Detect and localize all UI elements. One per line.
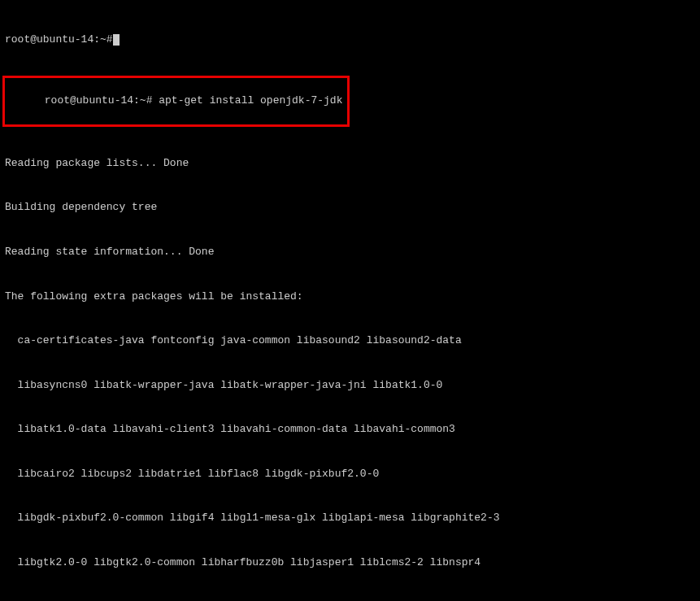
highlighted-command: root@ubuntu-14:~# apt-get install openjd… [2,76,350,127]
output-line: Reading package lists... Done [5,156,695,171]
output-line: libatk1.0-data libavahi-client3 libavahi… [5,422,695,437]
output-line: ca-certificates-java fontconfig java-com… [5,333,695,348]
output-line: Building dependency tree [5,200,695,215]
output-line: libgdk-pixbuf2.0-common libgif4 libgl1-m… [5,511,695,525]
cursor-icon [113,34,120,46]
output-line: libasyncns0 libatk-wrapper-java libatk-w… [5,378,695,393]
command-line: root@ubuntu-14:~# apt-get install openjd… [5,77,695,127]
shell-command: root@ubuntu-14:~# apt-get install openjd… [45,94,343,107]
terminal-output[interactable]: root@ubuntu-14:~# root@ubuntu-14:~# apt-… [5,3,695,601]
output-line: libcairo2 libcups2 libdatrie1 libflac8 l… [5,467,695,481]
output-line: libgtk2.0-0 libgtk2.0-common libharfbuzz… [5,555,695,570]
output-line: Reading state information... Done [5,245,695,259]
prompt-line-1: root@ubuntu-14:~# [5,33,695,47]
output-line: The following extra packages will be ins… [5,290,695,304]
shell-prompt: root@ubuntu-14:~# [5,33,113,47]
